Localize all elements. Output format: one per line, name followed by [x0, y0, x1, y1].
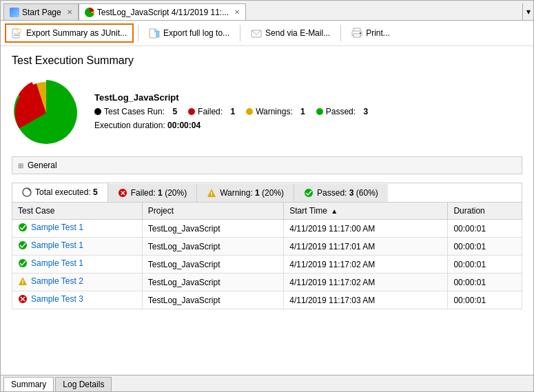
total-icon — [22, 187, 32, 197]
table-row[interactable]: Sample Test 1 TestLog_JavaScript 4/11/20… — [12, 220, 522, 238]
cell-duration: 00:00:01 — [448, 274, 522, 291]
cell-duration: 00:00:01 — [448, 256, 522, 274]
run-label: Test Cases Run: — [104, 107, 165, 116]
bottom-tab-summary[interactable]: Summary — [3, 377, 54, 391]
cell-test-case: ! Sample Test 2 — [12, 274, 143, 291]
test-case-link[interactable]: Sample Test 2 — [31, 276, 83, 286]
svg-point-16 — [19, 223, 27, 231]
content-area: Test Execution Summary — [1, 46, 533, 375]
warnings-value: 1 — [300, 107, 305, 116]
cell-test-case: Sample Test 3 — [12, 291, 143, 309]
tab-bar: Start Page ✕ TestLog_JavaScript 4/11/201… — [1, 1, 533, 21]
table-row[interactable]: Sample Test 3 TestLog_JavaScript 4/11/20… — [12, 291, 522, 309]
svg-text:✕: ✕ — [120, 189, 125, 197]
cell-start-time: 4/11/2019 11:17:03 AM — [284, 291, 448, 309]
cell-project: TestLog_JavaScript — [142, 220, 283, 238]
export-summary-button[interactable]: Export Summary as JUnit... — [5, 23, 134, 43]
run-value: 5 — [172, 107, 177, 116]
warning-tab-label: Warning: 1 (20%) — [220, 188, 284, 198]
tab-scroll-btn[interactable]: ▾ — [522, 3, 533, 20]
passed-tab-label: Passed: 3 (60%) — [317, 188, 378, 198]
export-full-label: Export full log to... — [163, 28, 229, 38]
export-full-button[interactable]: Export full log to... — [143, 24, 236, 42]
svg-rect-1 — [17, 29, 21, 32]
general-section: ⊞ General — [12, 156, 522, 174]
tab-start-page[interactable]: Start Page ✕ — [3, 3, 79, 20]
stat-passed: Passed: 3 — [316, 107, 368, 116]
warning-tab-icon: ! — [207, 188, 216, 198]
col-duration[interactable]: Duration — [448, 203, 522, 220]
test-case-link[interactable]: Sample Test 1 — [31, 240, 83, 250]
duration-value: 00:00:04 — [167, 121, 201, 130]
pie-chart — [12, 76, 81, 145]
summary-area: TestLog_JavaScript Test Cases Run: 5 Fai… — [12, 76, 522, 145]
failed-value: 1 — [230, 107, 235, 116]
filter-tab-total[interactable]: Total executed: 5 — [12, 183, 108, 202]
general-label: General — [28, 161, 57, 170]
stat-run: Test Cases Run: 5 — [94, 107, 177, 116]
cell-start-time: 4/11/2019 11:17:02 AM — [284, 274, 448, 291]
export-summary-label: Export Summary as JUnit... — [26, 28, 127, 38]
test-case-link[interactable]: Sample Test 1 — [31, 258, 83, 268]
start-page-icon — [10, 8, 19, 17]
filter-tab-warning[interactable]: ! Warning: 1 (20%) — [197, 184, 294, 202]
passed-value: 3 — [363, 107, 368, 116]
row-fail-icon — [18, 294, 28, 304]
cell-duration: 00:00:01 — [448, 238, 522, 256]
tab-testlog-label: TestLog_JavaScript 4/11/2019 11:... — [97, 8, 229, 17]
run-dot — [94, 108, 101, 115]
test-case-link[interactable]: Sample Test 3 — [31, 294, 83, 304]
execution-duration: Execution duration: 00:00:04 — [94, 121, 522, 130]
svg-rect-3 — [14, 35, 19, 36]
row-pass-icon — [18, 223, 28, 232]
col-project[interactable]: Project — [142, 203, 283, 220]
pass-dot — [316, 108, 323, 115]
cell-project: TestLog_JavaScript — [142, 256, 283, 274]
passed-tab-icon — [304, 188, 314, 198]
bottom-tabs: Summary Log Details — [1, 375, 533, 391]
filter-tab-failed[interactable]: ✕ Failed: 1 (20%) — [108, 184, 197, 202]
cell-duration: 00:00:01 — [448, 220, 522, 238]
toolbar-sep-1 — [138, 25, 138, 41]
col-test-case[interactable]: Test Case — [12, 203, 143, 220]
email-icon — [251, 28, 262, 39]
table-row[interactable]: Sample Test 1 TestLog_JavaScript 4/11/20… — [12, 256, 522, 274]
cell-start-time: 4/11/2019 11:17:02 AM — [284, 256, 448, 274]
main-window: Start Page ✕ TestLog_JavaScript 4/11/201… — [0, 0, 534, 392]
tab-testlog-close[interactable]: ✕ — [234, 8, 240, 16]
test-case-link[interactable]: Sample Test 1 — [31, 223, 83, 232]
project-name: TestLog_JavaScript — [94, 92, 522, 103]
general-section-header[interactable]: ⊞ General — [12, 157, 522, 174]
tab-start-page-close[interactable]: ✕ — [67, 8, 72, 16]
svg-point-15 — [305, 189, 313, 197]
failed-tab-label: Failed: 1 (20%) — [131, 188, 187, 198]
svg-text:!: ! — [211, 190, 213, 197]
export-summary-icon — [12, 28, 23, 39]
table-row[interactable]: ! Sample Test 2 TestLog_JavaScript 4/11/… — [12, 274, 522, 291]
duration-label: Execution duration: — [94, 121, 165, 130]
fail-dot — [188, 108, 195, 115]
col-start-time[interactable]: Start Time ▲ — [284, 203, 448, 220]
results-table: Test Case Project Start Time ▲ Duration … — [12, 202, 522, 309]
print-button[interactable]: Print... — [345, 24, 396, 42]
cell-project: TestLog_JavaScript — [142, 274, 283, 291]
svg-rect-9 — [360, 32, 361, 34]
send-email-button[interactable]: Send via E-Mail... — [245, 24, 336, 42]
table-row[interactable]: Sample Test 1 TestLog_JavaScript 4/11/20… — [12, 238, 522, 256]
total-tab-label: Total executed: 5 — [35, 187, 98, 197]
cell-duration: 00:00:01 — [448, 291, 522, 309]
sort-arrow: ▲ — [331, 207, 338, 215]
cell-start-time: 4/11/2019 11:17:01 AM — [284, 238, 448, 256]
filter-tabs: Total executed: 5 ✕ Failed: 1 (20%) ! Wa… — [12, 183, 522, 202]
warnings-label: Warnings: — [256, 107, 293, 116]
warn-dot — [246, 108, 253, 115]
stats-row: Test Cases Run: 5 Failed: 1 Warnings: 1 … — [94, 107, 522, 116]
bottom-tab-log-details[interactable]: Log Details — [55, 377, 112, 391]
row-pass-icon — [18, 258, 28, 268]
tab-testlog[interactable]: TestLog_JavaScript 4/11/2019 11:... ✕ — [79, 3, 246, 20]
row-pass-icon — [18, 240, 28, 250]
svg-point-17 — [19, 241, 27, 249]
print-icon — [351, 28, 362, 39]
filter-tab-passed[interactable]: Passed: 3 (60%) — [294, 184, 388, 202]
print-label: Print... — [366, 28, 390, 38]
